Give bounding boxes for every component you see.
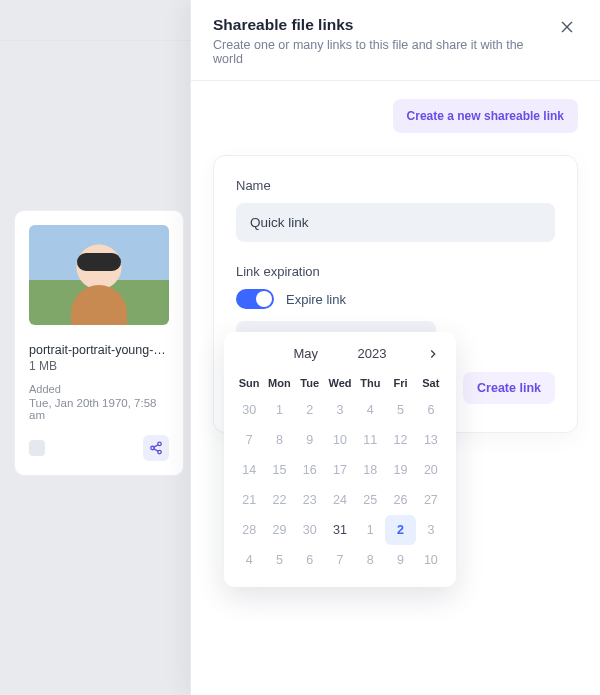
- close-button[interactable]: [556, 16, 578, 38]
- calendar-day[interactable]: 23: [295, 485, 325, 515]
- calendar-dow: Wed: [325, 371, 355, 395]
- calendar-day[interactable]: 7: [234, 425, 264, 455]
- expire-link-toggle[interactable]: [236, 289, 274, 309]
- file-card: portrait-portrait-young-adult-… 1 MB Add…: [14, 210, 184, 476]
- panel-subtitle: Create one or many links to this file an…: [213, 38, 556, 66]
- calendar-day[interactable]: 9: [295, 425, 325, 455]
- date-picker-popover: May 2023 SunMonTueWedThuFriSat3012345678…: [224, 332, 456, 587]
- calendar-day[interactable]: 16: [295, 455, 325, 485]
- calendar-day[interactable]: 10: [325, 425, 355, 455]
- name-label: Name: [236, 178, 555, 193]
- close-icon: [559, 19, 575, 35]
- calendar-day[interactable]: 15: [264, 455, 294, 485]
- expiration-label: Link expiration: [236, 264, 555, 279]
- calendar-day[interactable]: 11: [355, 425, 385, 455]
- calendar-day[interactable]: 9: [385, 545, 415, 575]
- calendar-dow: Sat: [416, 371, 446, 395]
- svg-line-4: [154, 449, 158, 451]
- calendar-day[interactable]: 18: [355, 455, 385, 485]
- calendar-day[interactable]: 1: [355, 515, 385, 545]
- share-button[interactable]: [143, 435, 169, 461]
- calendar-dow: Thu: [355, 371, 385, 395]
- share-panel: Shareable file links Create one or many …: [190, 0, 600, 695]
- calendar-day[interactable]: 3: [416, 515, 446, 545]
- calendar-day[interactable]: 4: [355, 395, 385, 425]
- calendar-day[interactable]: 24: [325, 485, 355, 515]
- new-shareable-link-button[interactable]: Create a new shareable link: [393, 99, 578, 133]
- calendar-day[interactable]: 27: [416, 485, 446, 515]
- link-name-input[interactable]: [236, 203, 555, 242]
- calendar-dow: Fri: [385, 371, 415, 395]
- share-icon: [149, 441, 163, 455]
- file-card-actions: [29, 435, 169, 461]
- calendar-day[interactable]: 8: [355, 545, 385, 575]
- calendar-day[interactable]: 4: [234, 545, 264, 575]
- file-select-checkbox[interactable]: [29, 440, 45, 456]
- calendar-day[interactable]: 30: [234, 395, 264, 425]
- calendar-month[interactable]: May: [294, 346, 319, 361]
- expire-link-toggle-label: Expire link: [286, 292, 346, 307]
- calendar-day[interactable]: 12: [385, 425, 415, 455]
- calendar-day[interactable]: 2: [385, 515, 415, 545]
- calendar-day[interactable]: 5: [264, 545, 294, 575]
- create-link-button[interactable]: Create link: [463, 372, 555, 404]
- file-added-value: Tue, Jan 20th 1970, 7:58 am: [29, 397, 169, 421]
- calendar-dow: Tue: [295, 371, 325, 395]
- calendar-day[interactable]: 6: [416, 395, 446, 425]
- calendar-day[interactable]: 31: [325, 515, 355, 545]
- calendar-day[interactable]: 10: [416, 545, 446, 575]
- calendar-day[interactable]: 25: [355, 485, 385, 515]
- calendar-day[interactable]: 22: [264, 485, 294, 515]
- file-thumbnail[interactable]: [29, 225, 169, 325]
- calendar-year[interactable]: 2023: [358, 346, 387, 361]
- calendar-day[interactable]: 21: [234, 485, 264, 515]
- calendar-day[interactable]: 19: [385, 455, 415, 485]
- calendar-day[interactable]: 29: [264, 515, 294, 545]
- calendar-day[interactable]: 14: [234, 455, 264, 485]
- file-added-label: Added: [29, 383, 169, 395]
- calendar-day[interactable]: 30: [295, 515, 325, 545]
- calendar-grid: SunMonTueWedThuFriSat3012345678910111213…: [234, 371, 446, 575]
- calendar-dow: Mon: [264, 371, 294, 395]
- svg-line-3: [154, 445, 158, 447]
- calendar-day[interactable]: 5: [385, 395, 415, 425]
- file-size: 1 MB: [29, 359, 169, 373]
- calendar-day[interactable]: 17: [325, 455, 355, 485]
- calendar-day[interactable]: 3: [325, 395, 355, 425]
- panel-body: Create a new shareable link Name Link ex…: [191, 81, 600, 695]
- calendar-day[interactable]: 1: [264, 395, 294, 425]
- calendar-day[interactable]: 6: [295, 545, 325, 575]
- panel-header: Shareable file links Create one or many …: [191, 0, 600, 81]
- calendar-day[interactable]: 7: [325, 545, 355, 575]
- link-form-card: Name Link expiration Expire link May 202…: [213, 155, 578, 433]
- panel-title: Shareable file links: [213, 16, 556, 34]
- calendar-day[interactable]: 20: [416, 455, 446, 485]
- calendar-day[interactable]: 28: [234, 515, 264, 545]
- file-name: portrait-portrait-young-adult-…: [29, 343, 169, 357]
- calendar-dow: Sun: [234, 371, 264, 395]
- calendar-day[interactable]: 26: [385, 485, 415, 515]
- calendar-day[interactable]: 2: [295, 395, 325, 425]
- calendar-next-icon[interactable]: [426, 347, 440, 361]
- calendar-day[interactable]: 8: [264, 425, 294, 455]
- calendar-day[interactable]: 13: [416, 425, 446, 455]
